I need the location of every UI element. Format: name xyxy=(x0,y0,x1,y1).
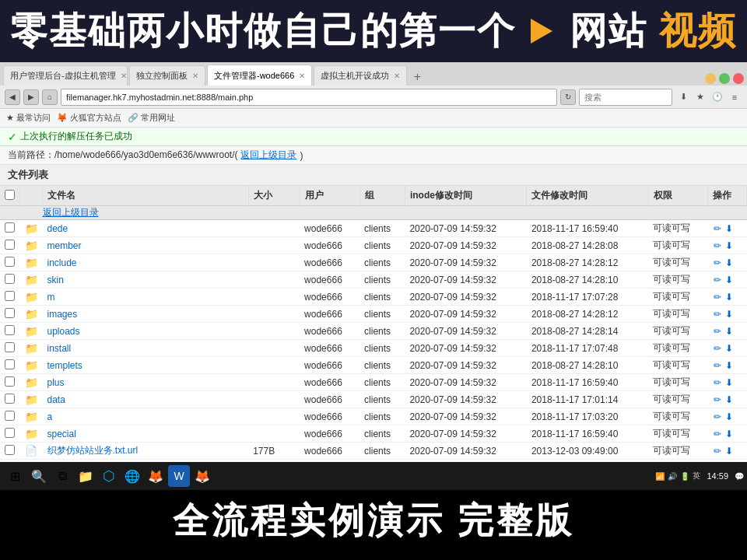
tray-notification-icon[interactable]: 💬 xyxy=(735,472,744,481)
bookmark-icon[interactable]: ★ xyxy=(693,89,708,105)
download-file-icon[interactable]: ⬇ xyxy=(725,257,733,268)
row-checkbox[interactable] xyxy=(5,325,15,335)
col-select-all[interactable] xyxy=(0,186,20,206)
file-name-cell[interactable]: data xyxy=(43,391,249,408)
bookmark-frequent[interactable]: ★ 最常访问 xyxy=(6,112,51,124)
row-checkbox[interactable] xyxy=(5,411,15,421)
file-action-cell[interactable]: ✏ ⬇ xyxy=(708,357,747,374)
row-checkbox[interactable] xyxy=(5,445,15,455)
row-checkbox-cell[interactable] xyxy=(0,220,20,237)
file-action-cell[interactable]: ✏ ⬇ xyxy=(708,391,747,408)
download-file-icon[interactable]: ⬇ xyxy=(725,394,733,405)
edit-icon[interactable]: ✏ xyxy=(714,292,721,303)
maximize-button[interactable]: □ xyxy=(719,73,730,84)
download-file-icon[interactable]: ⬇ xyxy=(725,343,733,354)
edit-icon[interactable]: ✏ xyxy=(714,223,721,234)
tray-language-indicator[interactable]: 英 xyxy=(693,471,700,481)
file-name-cell[interactable]: skin xyxy=(43,271,249,289)
file-name-link[interactable]: images xyxy=(47,309,78,320)
history-icon[interactable]: 🕐 xyxy=(710,89,725,105)
file-name-link[interactable]: data xyxy=(47,394,65,405)
row-checkbox[interactable] xyxy=(5,274,15,284)
tab-control-panel[interactable]: 独立控制面板 ✕ xyxy=(129,65,205,86)
file-action-cell[interactable]: ✏ ⬇ xyxy=(708,271,747,289)
file-name-link[interactable]: a xyxy=(47,411,53,422)
file-name-cell[interactable]: include xyxy=(43,254,249,271)
row-checkbox-cell[interactable] xyxy=(0,408,20,425)
row-checkbox[interactable] xyxy=(5,257,15,267)
file-name-link[interactable]: install xyxy=(47,343,72,354)
row-checkbox-cell[interactable] xyxy=(0,391,20,408)
row-checkbox-cell[interactable] xyxy=(0,443,20,460)
taskbar-edge-icon[interactable]: ⬡ xyxy=(98,465,120,487)
taskbar-word-icon[interactable]: W xyxy=(168,465,190,487)
tray-battery-icon[interactable]: 🔋 xyxy=(680,472,689,481)
back-link[interactable]: 返回上级目录 xyxy=(43,207,99,218)
file-name-cell[interactable]: images xyxy=(43,306,249,323)
taskbar-folder-icon[interactable]: 📁 xyxy=(75,465,96,487)
tray-clock[interactable]: 14:59 xyxy=(703,471,731,481)
file-name-link[interactable]: member xyxy=(47,240,82,251)
file-name-cell[interactable]: member xyxy=(43,237,249,254)
file-name-cell[interactable]: install xyxy=(43,340,249,357)
row-checkbox[interactable] xyxy=(5,428,15,438)
tab-user-management[interactable]: 用户管理后台-虚拟主机管理 ✕ xyxy=(3,65,128,86)
home-button[interactable]: ⌂ xyxy=(42,89,58,105)
taskbar-task-view-icon[interactable]: ⧉ xyxy=(51,465,73,487)
download-file-icon[interactable]: ⬇ xyxy=(725,411,733,422)
row-checkbox[interactable] xyxy=(5,291,15,301)
file-name-link[interactable]: m xyxy=(47,292,55,303)
edit-icon[interactable]: ✏ xyxy=(714,240,721,251)
return-parent-link[interactable]: 返回上级目录 xyxy=(240,149,296,162)
bookmark-firefox[interactable]: 🦊 火狐官方站点 xyxy=(57,112,121,124)
file-name-cell[interactable]: templets xyxy=(43,357,249,374)
back-button[interactable]: ◀ xyxy=(5,89,20,105)
edit-icon[interactable]: ✏ xyxy=(714,257,721,268)
row-checkbox-cell[interactable] xyxy=(0,237,20,254)
tab-close-control-panel[interactable]: ✕ xyxy=(192,72,198,80)
file-name-link[interactable]: skin xyxy=(47,275,64,285)
row-checkbox-cell[interactable] xyxy=(0,306,20,323)
file-name-cell[interactable]: plus xyxy=(43,374,249,391)
taskbar-ie-icon[interactable]: 🌐 xyxy=(121,465,143,487)
row-checkbox-cell[interactable] xyxy=(0,289,20,306)
edit-icon[interactable]: ✏ xyxy=(714,360,721,371)
taskbar-firefox2-icon[interactable]: 🦊 xyxy=(191,465,213,487)
row-checkbox[interactable] xyxy=(5,359,15,369)
file-name-cell[interactable]: dede xyxy=(43,220,249,237)
minimize-button[interactable]: ─ xyxy=(705,73,716,84)
forward-button[interactable]: ▶ xyxy=(23,89,39,105)
file-scroll-area[interactable]: 文件名 大小 用户 组 inode修改时间 xyxy=(0,186,747,462)
download-file-icon[interactable]: ⬇ xyxy=(725,275,733,285)
start-button[interactable]: ⊞ xyxy=(3,464,26,488)
file-action-cell[interactable]: ✏ ⬇ xyxy=(708,443,747,460)
edit-icon[interactable]: ✏ xyxy=(714,275,721,285)
download-file-icon[interactable]: ⬇ xyxy=(725,429,733,439)
file-name-link[interactable]: include xyxy=(47,257,77,268)
tray-network-icon[interactable]: 📶 xyxy=(655,472,665,481)
file-action-cell[interactable]: ✏ ⬇ xyxy=(708,323,747,340)
file-name-link[interactable]: dede xyxy=(47,223,68,234)
file-name-link[interactable]: 织梦仿站站业务.txt.url xyxy=(47,445,139,456)
file-name-cell[interactable]: special xyxy=(43,425,249,443)
download-file-icon[interactable]: ⬇ xyxy=(725,360,733,371)
download-file-icon[interactable]: ⬇ xyxy=(725,223,733,234)
row-checkbox[interactable] xyxy=(5,222,15,233)
file-action-cell[interactable]: ✏ ⬇ xyxy=(708,237,747,254)
tab-file-manager[interactable]: 文件管理器-wode666 ✕ xyxy=(207,65,312,86)
file-action-cell[interactable]: ✏ ⬇ xyxy=(708,374,747,391)
file-action-cell[interactable]: ✏ ⬇ xyxy=(708,306,747,323)
file-name-link[interactable]: special xyxy=(47,429,76,439)
row-checkbox-cell[interactable] xyxy=(0,340,20,357)
file-action-cell[interactable]: ✏ ⬇ xyxy=(708,254,747,271)
download-file-icon[interactable]: ⬇ xyxy=(725,240,733,251)
download-file-icon[interactable]: ⬇ xyxy=(725,309,733,320)
tab-close-file-manager[interactable]: ✕ xyxy=(299,72,305,80)
close-button[interactable]: ✕ xyxy=(733,73,744,84)
download-file-icon[interactable]: ⬇ xyxy=(725,446,733,457)
row-checkbox[interactable] xyxy=(5,462,15,463)
tray-volume-icon[interactable]: 🔊 xyxy=(668,472,677,481)
edit-icon[interactable]: ✏ xyxy=(714,309,721,320)
file-action-cell[interactable]: ✏ ⬇ xyxy=(708,289,747,306)
row-checkbox-cell[interactable] xyxy=(0,323,20,340)
